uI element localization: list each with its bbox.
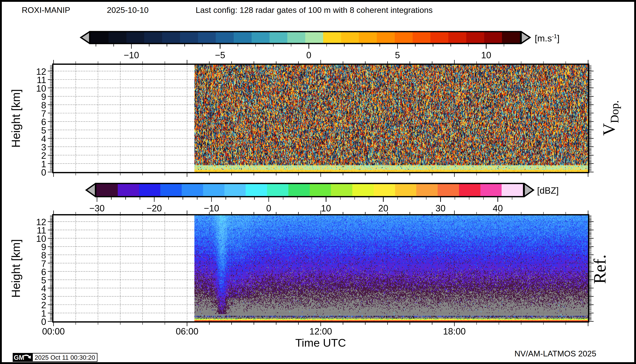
- y-minor-tick: [50, 93, 52, 93]
- y-minor-tick: [50, 110, 52, 110]
- y-minor-tick: [589, 110, 591, 110]
- y-minor-tick: [50, 98, 52, 98]
- y-minor-tick: [50, 161, 52, 161]
- y-minor-tick: [50, 246, 52, 246]
- y-minor-tick: [589, 143, 591, 144]
- y-minor-tick: [589, 168, 591, 168]
- y-minor-tick: [50, 219, 52, 220]
- y-minor-tick: [50, 266, 52, 266]
- y-minor-tick: [589, 269, 591, 269]
- gmt-logo-text: GM: [14, 354, 24, 361]
- y-minor-tick: [50, 252, 52, 252]
- x-tick-top: [231, 61, 232, 64]
- colorbar-block: [252, 32, 269, 43]
- y-minor-tick: [589, 97, 591, 98]
- x-tick-bottom: [231, 322, 232, 325]
- y-minor-tick: [50, 269, 52, 269]
- x-tick-bottom: [298, 322, 299, 325]
- velocity-panel-frame: [52, 64, 589, 173]
- y-minor-tick: [589, 148, 591, 148]
- colorbar-block: [413, 32, 431, 43]
- y-minor-tick: [50, 134, 52, 134]
- y-minor-tick: [50, 291, 52, 292]
- y-minor-tick: [50, 84, 52, 84]
- y-minor-tick: [589, 300, 591, 301]
- y-minor-tick: [50, 85, 52, 86]
- y-minor-tick: [589, 148, 591, 148]
- y-minor-tick: [50, 233, 52, 234]
- colorbar-major-tick: [397, 44, 398, 49]
- x-tick-top: [142, 212, 143, 214]
- colorbar-minor-tick: [355, 197, 355, 200]
- y-minor-tick: [50, 144, 52, 144]
- y-minor-tick: [589, 236, 591, 236]
- colorbar-minor-tick: [340, 197, 341, 200]
- y-major-tick: [48, 254, 52, 255]
- y-minor-tick: [50, 320, 52, 320]
- y-minor-tick: [50, 303, 52, 303]
- x-tick-top: [53, 60, 54, 64]
- y-minor-tick: [589, 134, 591, 134]
- y-minor-tick: [589, 280, 591, 281]
- y-minor-tick: [589, 286, 591, 286]
- colorbar-block: [374, 184, 395, 196]
- y-minor-tick: [589, 224, 591, 224]
- y-minor-tick: [589, 294, 591, 295]
- y-major-tick: [48, 263, 52, 263]
- y-minor-tick: [589, 240, 591, 241]
- y-minor-tick: [589, 165, 591, 166]
- radar-quicklook-figure: ROXI-MANIP 2025-10-10 Last config: 128 r…: [0, 0, 636, 364]
- y-minor-tick: [589, 226, 591, 226]
- y-minor-tick: [589, 162, 591, 162]
- x-tick-bottom: [120, 173, 121, 176]
- y-minor-tick: [50, 314, 52, 314]
- colorbar-major-tick: [220, 44, 220, 49]
- y-major-tick: [48, 221, 52, 222]
- y-minor-tick: [50, 236, 52, 237]
- y-minor-tick: [589, 74, 591, 75]
- x-tick-top: [298, 61, 299, 64]
- y-minor-tick: [50, 76, 52, 76]
- y-minor-tick: [589, 68, 591, 69]
- y-minor-tick: [589, 233, 591, 234]
- y-minor-tick: [50, 164, 52, 164]
- y-major-tick: [48, 138, 52, 139]
- y-minor-tick: [589, 290, 591, 290]
- x-tick-top: [254, 61, 254, 64]
- y-minor-tick: [589, 152, 591, 153]
- colorbar-block: [310, 184, 331, 196]
- y-minor-tick: [589, 248, 591, 248]
- y-minor-tick: [589, 86, 591, 86]
- y-minor-tick: [589, 308, 591, 309]
- x-tick-top: [365, 61, 366, 64]
- y-major-tick: [589, 321, 594, 322]
- y-minor-tick: [50, 282, 52, 282]
- colorbar-minor-tick: [291, 44, 291, 46]
- colorbar-tick-label: −5: [200, 50, 240, 60]
- y-minor-tick: [589, 258, 591, 258]
- y-minor-tick: [589, 120, 591, 121]
- y-minor-tick: [589, 138, 591, 138]
- colorbar-minor-tick: [125, 197, 126, 200]
- x-tick-top: [76, 61, 76, 64]
- x-tick-bottom: [254, 173, 254, 176]
- y-minor-tick: [589, 216, 591, 217]
- y-minor-tick: [589, 277, 591, 278]
- y-minor-tick: [50, 261, 52, 262]
- y-major-tick: [48, 146, 52, 147]
- y-minor-tick: [50, 311, 52, 312]
- y-minor-tick: [50, 292, 52, 292]
- colorbar-minor-tick: [202, 44, 203, 46]
- y-minor-tick: [589, 236, 591, 237]
- colorbar-minor-tick: [344, 44, 345, 46]
- y-minor-tick: [589, 120, 591, 120]
- y-minor-tick: [589, 290, 591, 291]
- y-minor-tick: [50, 279, 52, 279]
- y-minor-tick: [50, 299, 52, 299]
- colorbar-block: [323, 32, 341, 43]
- y-minor-tick: [589, 266, 591, 266]
- y-minor-tick: [589, 92, 591, 92]
- y-minor-tick: [589, 76, 591, 76]
- y-major-tick: [589, 271, 594, 272]
- y-minor-tick: [589, 316, 591, 316]
